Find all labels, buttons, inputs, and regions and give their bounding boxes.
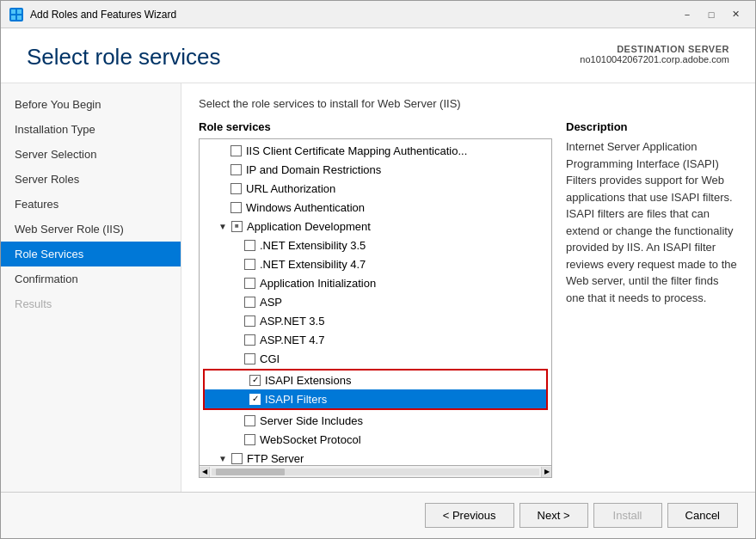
- list-item[interactable]: WebSocket Protocol: [200, 430, 551, 449]
- list-item[interactable]: ASP.NET 3.5: [200, 311, 551, 330]
- sidebar-item-web-server-role[interactable]: Web Server Role (IIS): [1, 217, 181, 242]
- item-label: .NET Extensibility 3.5: [260, 239, 366, 252]
- checkbox-websocket[interactable]: [244, 434, 255, 445]
- checkbox-asp[interactable]: [244, 297, 255, 308]
- panels-row: Role services IIS Client Certificate Map…: [199, 120, 738, 478]
- checkbox-ftp-server[interactable]: [231, 453, 243, 464]
- item-label: Server Side Includes: [260, 414, 363, 427]
- list-item[interactable]: URL Authorization: [200, 179, 551, 198]
- window-title: Add Roles and Features Wizard: [30, 9, 176, 21]
- role-services-panel: Role services IIS Client Certificate Map…: [199, 120, 552, 478]
- item-label: .NET Extensibility 4.7: [260, 258, 366, 271]
- app-icon: [9, 8, 23, 21]
- expand-ftp-server[interactable]: ▼: [217, 452, 229, 464]
- sidebar: Before You Begin Installation Type Serve…: [1, 83, 181, 492]
- maximize-button[interactable]: □: [700, 6, 722, 23]
- list-item[interactable]: IP and Domain Restrictions: [200, 160, 551, 179]
- checkbox-aspnet35[interactable]: [244, 315, 255, 327]
- main-body: Before You Begin Installation Type Serve…: [1, 83, 755, 492]
- checkbox-server-side[interactable]: [244, 415, 255, 426]
- sidebar-item-installation-type[interactable]: Installation Type: [1, 117, 181, 142]
- item-label: IIS Client Certificate Mapping Authentic…: [246, 144, 467, 157]
- sidebar-item-server-roles[interactable]: Server Roles: [1, 167, 181, 192]
- page-title: Select role services: [27, 44, 220, 70]
- item-label: Application Initialization: [260, 277, 376, 290]
- list-item[interactable]: ▼ FTP Server: [200, 449, 551, 466]
- checkbox-isapi-ext[interactable]: [249, 375, 261, 386]
- red-border-group: ISAPI Extensions ISAPI Filters: [203, 369, 548, 410]
- window-controls: − □ ✕: [676, 6, 747, 23]
- cancel-button[interactable]: Cancel: [667, 503, 738, 528]
- checkbox-ip-domain[interactable]: [230, 164, 242, 175]
- svg-rect-0: [11, 9, 15, 14]
- item-label: WebSocket Protocol: [260, 433, 361, 446]
- section-description: Select the role services to install for …: [199, 97, 738, 110]
- svg-rect-3: [17, 15, 22, 20]
- item-label: IP and Domain Restrictions: [246, 163, 381, 176]
- item-label: Windows Authentication: [246, 201, 365, 214]
- sidebar-item-features[interactable]: Features: [1, 192, 181, 217]
- checkbox-aspnet47[interactable]: [244, 334, 255, 346]
- svg-rect-1: [17, 9, 22, 14]
- horizontal-scrollbar-track[interactable]: [212, 469, 539, 475]
- sidebar-item-confirmation[interactable]: Confirmation: [1, 266, 181, 291]
- checkbox-windows-auth[interactable]: [230, 202, 242, 213]
- expand-app-dev[interactable]: ▼: [217, 220, 229, 232]
- item-label: FTP Server: [247, 452, 304, 465]
- list-item[interactable]: Server Side Includes: [200, 411, 551, 430]
- description-panel: Description Internet Server Application …: [566, 120, 738, 478]
- role-services-tree[interactable]: IIS Client Certificate Mapping Authentic…: [199, 138, 552, 466]
- list-item[interactable]: CGI: [200, 349, 551, 368]
- checkbox-net35[interactable]: [244, 240, 255, 251]
- content-area: Select role services DESTINATION SERVER …: [1, 28, 755, 538]
- destination-label: DESTINATION SERVER: [580, 44, 729, 54]
- list-item[interactable]: ASP.NET 4.7: [200, 330, 551, 349]
- checkbox-net47[interactable]: [244, 259, 255, 270]
- scrollbar-left-arrow[interactable]: ◀: [200, 467, 210, 477]
- item-label: ASP: [260, 296, 282, 309]
- list-item[interactable]: .NET Extensibility 3.5: [200, 236, 551, 254]
- page-header: Select role services DESTINATION SERVER …: [1, 28, 755, 83]
- install-button[interactable]: Install: [593, 503, 662, 528]
- item-label: URL Authorization: [246, 182, 335, 195]
- checkbox-app-init[interactable]: [244, 278, 255, 289]
- list-item[interactable]: ASP: [200, 292, 551, 311]
- titlebar-left: Add Roles and Features Wizard: [9, 8, 176, 21]
- item-label: ASP.NET 4.7: [260, 334, 324, 346]
- list-item[interactable]: ISAPI Extensions: [205, 371, 546, 389]
- item-label: ISAPI Filters: [265, 393, 327, 406]
- footer: < Previous Next > Install Cancel: [1, 492, 755, 538]
- sidebar-item-results: Results: [1, 291, 181, 316]
- list-item[interactable]: ISAPI Filters: [205, 389, 546, 408]
- destination-server-info: DESTINATION SERVER no1010042067201.corp.…: [580, 44, 729, 64]
- item-label: ISAPI Extensions: [265, 374, 351, 387]
- checkbox-isapi-filt[interactable]: [249, 394, 261, 405]
- item-label: Application Development: [247, 220, 371, 233]
- checkbox-iis-client-cert[interactable]: [230, 145, 242, 156]
- item-label: ASP.NET 3.5: [260, 315, 324, 328]
- list-item[interactable]: IIS Client Certificate Mapping Authentic…: [200, 141, 551, 160]
- titlebar: Add Roles and Features Wizard − □ ✕: [1, 1, 755, 28]
- scrollbar-right-arrow[interactable]: ▶: [541, 467, 551, 477]
- close-button[interactable]: ✕: [724, 6, 747, 23]
- list-item[interactable]: .NET Extensibility 4.7: [200, 254, 551, 273]
- role-services-label: Role services: [199, 120, 552, 133]
- item-label: CGI: [260, 352, 280, 365]
- main-content: Select the role services to install for …: [181, 83, 755, 492]
- next-button[interactable]: Next >: [519, 503, 588, 528]
- previous-button[interactable]: < Previous: [425, 503, 514, 528]
- description-label: Description: [566, 120, 738, 133]
- minimize-button[interactable]: −: [676, 6, 698, 23]
- sidebar-item-before-you-begin[interactable]: Before You Begin: [1, 92, 181, 117]
- checkbox-app-dev[interactable]: [231, 221, 243, 232]
- checkbox-url-auth[interactable]: [230, 183, 242, 194]
- checkbox-cgi[interactable]: [244, 353, 255, 364]
- horizontal-scrollbar-thumb[interactable]: [216, 469, 285, 475]
- sidebar-item-server-selection[interactable]: Server Selection: [1, 142, 181, 167]
- list-item[interactable]: Windows Authentication: [200, 198, 551, 217]
- svg-rect-2: [11, 15, 15, 20]
- list-item[interactable]: ▼ Application Development: [200, 217, 551, 236]
- description-text: Internet Server Application Programming …: [566, 138, 738, 306]
- sidebar-item-role-services[interactable]: Role Services: [1, 242, 181, 266]
- list-item[interactable]: Application Initialization: [200, 273, 551, 292]
